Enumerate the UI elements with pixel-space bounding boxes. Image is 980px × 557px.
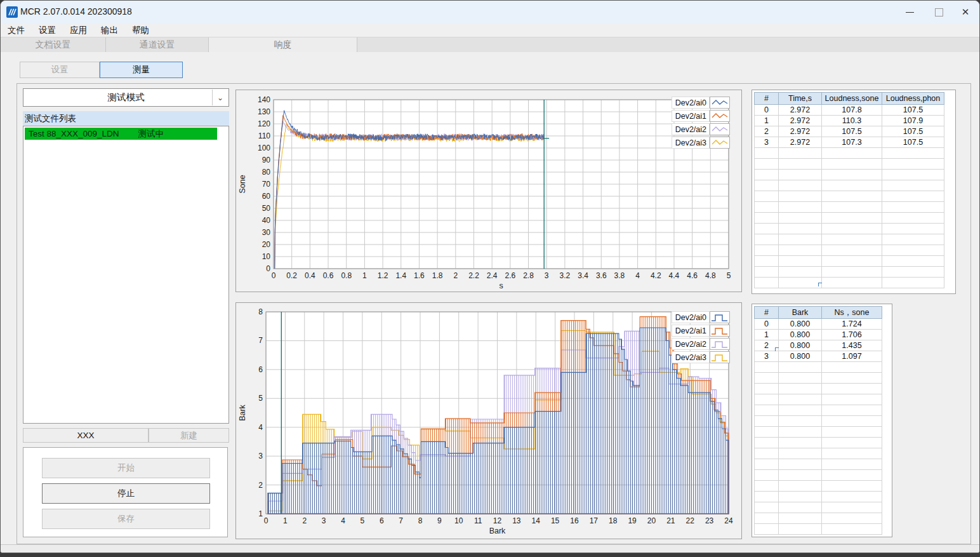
table-cell[interactable]: 1.724 xyxy=(822,319,882,330)
table-row[interactable]: 22.972107.5107.5 xyxy=(755,126,944,137)
table-cell[interactable]: 2.972 xyxy=(779,116,822,126)
table-cell[interactable]: 1 xyxy=(755,330,779,340)
x-axis-tick-labels: 00.20.40.60.811.21.41.61.822.22.42.62.83… xyxy=(272,271,731,280)
legend-item[interactable]: Dev2/ai3 xyxy=(672,351,730,364)
table-cell[interactable]: 0.800 xyxy=(779,319,822,330)
table-row[interactable]: 30.8001.097 xyxy=(755,351,882,362)
stop-button[interactable]: 停止 xyxy=(42,483,210,504)
table-cell xyxy=(755,502,779,513)
bark-table[interactable]: #BarkNs，sone00.8001.72410.8001.70620.800… xyxy=(754,306,882,535)
table-cell xyxy=(755,224,779,234)
table-cell[interactable]: 107.5 xyxy=(882,137,944,148)
table-cell[interactable]: 1 xyxy=(755,116,779,126)
table-cell xyxy=(755,202,779,213)
start-button[interactable]: 开始 xyxy=(42,458,210,478)
empty-table-row xyxy=(755,245,944,256)
table-cell[interactable]: 107.5 xyxy=(822,126,882,137)
table-cell[interactable]: 1.435 xyxy=(822,340,882,351)
table-cell[interactable]: 107.5 xyxy=(882,126,944,137)
legend-item[interactable]: Dev2/ai0 xyxy=(672,96,730,109)
test-file-list[interactable]: Test 88_XXX_009_LDN测试中 xyxy=(23,126,229,424)
svg-text:20: 20 xyxy=(647,516,656,525)
line-sample-icon xyxy=(710,137,730,149)
bark-result-table[interactable]: #BarkNs，sone00.8001.72410.8001.70620.800… xyxy=(754,306,882,535)
table-cell xyxy=(822,245,882,256)
test-file-list-item[interactable]: Test 88_XXX_009_LDN测试中 xyxy=(25,128,217,140)
table-cell[interactable]: 107.8 xyxy=(822,105,882,116)
table-row[interactable]: 32.972107.3107.5 xyxy=(755,137,944,148)
legend-item[interactable]: Dev2/ai0 xyxy=(672,311,730,324)
column-header[interactable]: Loudness,phon xyxy=(882,93,944,105)
table-cell xyxy=(779,448,822,459)
menu-help[interactable]: 帮助 xyxy=(125,25,156,36)
column-header[interactable]: # xyxy=(755,307,779,319)
menu-apply[interactable]: 应用 xyxy=(63,25,94,36)
tab-channel-settings[interactable]: 通道设置 xyxy=(106,37,209,53)
legend-item[interactable]: Dev2/ai3 xyxy=(672,136,730,149)
table-cell[interactable]: 0 xyxy=(755,105,779,116)
save-button[interactable]: 保存 xyxy=(42,509,210,529)
x-axis-tick-labels: 0123456789101112131415161718192021222324 xyxy=(264,516,733,525)
tab-loudness[interactable]: 响度 xyxy=(209,37,357,53)
table-cell[interactable]: 0.800 xyxy=(779,351,822,362)
column-header[interactable]: Bark xyxy=(779,307,822,319)
menu-settings[interactable]: 设置 xyxy=(32,25,63,36)
loudness-result-table[interactable]: #Time,sLoudness,soneLoudness,phon02.9721… xyxy=(754,92,944,288)
xxx-button[interactable]: XXX xyxy=(23,428,149,443)
table-cell xyxy=(755,245,779,256)
empty-table-row xyxy=(755,427,882,438)
svg-text:4: 4 xyxy=(258,423,263,432)
svg-text:3: 3 xyxy=(545,271,549,280)
menu-file[interactable]: 文件 xyxy=(1,25,32,36)
measure-subtab-button[interactable]: 测量 xyxy=(100,62,183,78)
table-cell[interactable]: 107.9 xyxy=(882,116,944,126)
table-cell[interactable]: 2.972 xyxy=(779,105,822,116)
chevron-down-icon[interactable]: ⌄ xyxy=(212,90,228,105)
column-header[interactable]: Ns，sone xyxy=(822,307,882,319)
table-cell[interactable]: 107.5 xyxy=(882,105,944,116)
column-header[interactable]: Time,s xyxy=(779,93,822,105)
table-cell[interactable]: 2 xyxy=(755,126,779,137)
tab-document-settings[interactable]: 文档设置 xyxy=(1,37,106,53)
column-header[interactable]: Loudness,sone xyxy=(822,93,882,105)
svg-text:2.8: 2.8 xyxy=(523,271,534,280)
table-cell xyxy=(755,267,779,278)
table-cell[interactable]: 1.097 xyxy=(822,351,882,362)
new-button[interactable]: 新建 xyxy=(149,428,229,443)
column-header[interactable]: # xyxy=(755,93,779,105)
minimize-button[interactable] xyxy=(896,1,924,23)
svg-text:2: 2 xyxy=(453,271,458,280)
menu-output[interactable]: 输出 xyxy=(94,25,125,36)
table-cell[interactable]: 107.3 xyxy=(822,137,882,148)
svg-text:130: 130 xyxy=(258,107,270,116)
legend-item[interactable]: Dev2/ai2 xyxy=(672,123,730,136)
maximize-button[interactable] xyxy=(925,1,953,23)
table-row[interactable]: 10.8001.706 xyxy=(755,330,882,340)
close-button[interactable]: ✕ xyxy=(951,1,979,23)
table-row[interactable]: 12.972110.3107.9 xyxy=(755,116,944,126)
table-cell[interactable]: 1.706 xyxy=(822,330,882,340)
table-cell[interactable]: 2.972 xyxy=(779,126,822,137)
table-cell[interactable]: 3 xyxy=(755,351,779,362)
table-cell xyxy=(779,492,822,502)
table-cell[interactable]: 110.3 xyxy=(822,116,882,126)
test-mode-select[interactable]: 测试模式 ⌄ xyxy=(23,88,229,107)
table-cell[interactable]: 0.800 xyxy=(779,330,822,340)
table-row[interactable]: 20.8001.435 xyxy=(755,340,882,351)
legend-item[interactable]: Dev2/ai1 xyxy=(672,324,730,337)
legend-item[interactable]: Dev2/ai1 xyxy=(672,109,730,123)
table-cell xyxy=(779,213,822,224)
table-cell[interactable]: 3 xyxy=(755,137,779,148)
loudness-table[interactable]: #Time,sLoudness,soneLoudness,phon02.9721… xyxy=(754,92,944,288)
title-bar[interactable]: MCR 2.07.0.014 202300918 ✕ xyxy=(1,1,979,23)
empty-table-row xyxy=(755,202,944,213)
table-cell[interactable]: 0.800 xyxy=(779,340,822,351)
settings-subtab-button[interactable]: 设置 xyxy=(20,62,100,78)
legend-item[interactable]: Dev2/ai2 xyxy=(672,337,730,351)
table-row[interactable]: 02.972107.8107.5 xyxy=(755,105,944,116)
table-cell[interactable]: 2.972 xyxy=(779,137,822,148)
table-cell xyxy=(882,224,944,234)
table-cell[interactable]: 0 xyxy=(755,319,779,330)
table-cell xyxy=(755,159,779,170)
table-row[interactable]: 00.8001.724 xyxy=(755,319,882,330)
